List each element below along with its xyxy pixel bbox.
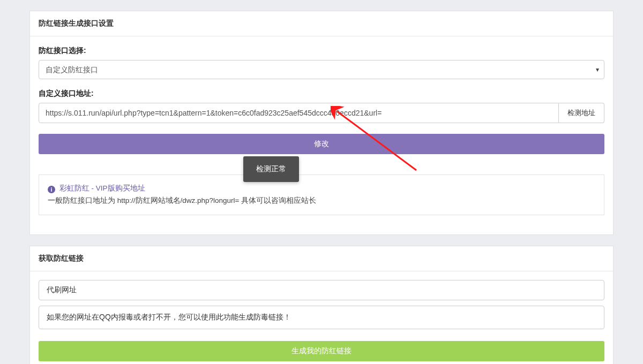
- generate-button[interactable]: 生成我的防红链接: [39, 341, 604, 361]
- site-url-field[interactable]: 代刷网址: [39, 280, 604, 300]
- info-box: i 彩虹防红 - VIP版购买地址 一般防红接口地址为 http://防红网站域…: [39, 175, 604, 215]
- generate-panel-body: 代刷网址 如果您的网址在QQ内报毒或者打不开，您可以使用此功能生成防毒链接！ 生…: [30, 271, 613, 364]
- generate-panel: 获取防红链接 代刷网址 如果您的网址在QQ内报毒或者打不开，您可以使用此功能生成…: [29, 246, 614, 364]
- address-input-row: 检测地址: [39, 103, 604, 123]
- interface-select-label: 防红接口选择:: [39, 46, 604, 56]
- hint-text: 如果您的网址在QQ内报毒或者打不开，您可以使用此功能生成防毒链接！: [39, 306, 604, 329]
- info-note: 一般防红接口地址为 http://防红网站域名/dwz.php?longurl=…: [48, 195, 595, 207]
- settings-panel: 防红链接生成接口设置 防红接口选择: 自定义防红接口 ▾ 自定义接口地址: 检测…: [29, 11, 614, 235]
- toast-message: 检测正常: [243, 156, 299, 182]
- interface-select[interactable]: 自定义防红接口: [39, 60, 604, 79]
- check-address-button[interactable]: 检测地址: [559, 103, 604, 123]
- submit-button[interactable]: 修改: [39, 134, 604, 154]
- settings-panel-title: 防红链接生成接口设置: [30, 11, 613, 36]
- info-icon: i: [48, 186, 55, 193]
- interface-select-wrap: 自定义防红接口 ▾: [39, 60, 604, 79]
- address-input[interactable]: [39, 103, 559, 123]
- vip-purchase-link[interactable]: 彩虹防红 - VIP版购买地址: [59, 184, 145, 192]
- settings-panel-body: 防红接口选择: 自定义防红接口 ▾ 自定义接口地址: 检测地址 修改 i 彩虹防…: [30, 36, 613, 234]
- address-label: 自定义接口地址:: [39, 89, 604, 98]
- generate-panel-title: 获取防红链接: [30, 246, 613, 271]
